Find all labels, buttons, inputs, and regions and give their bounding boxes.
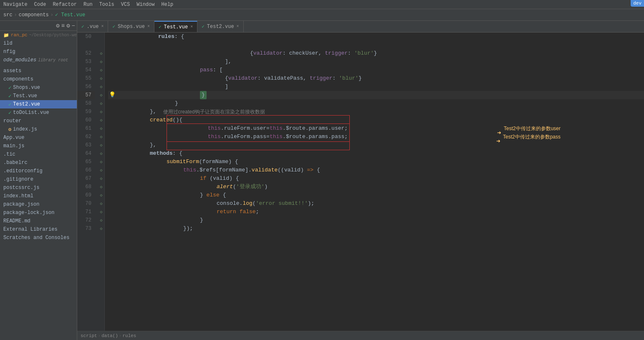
ln-69: 69 bbox=[77, 191, 95, 199]
sidebar-item-postcssrc[interactable]: postcssrc.js bbox=[0, 184, 77, 192]
sidebar-item-shops-vue[interactable]: ✓ Shops.vue bbox=[0, 83, 77, 92]
sidebar-item-babelrc[interactable]: .babelrc bbox=[0, 159, 77, 167]
sidebar-item-readme[interactable]: README.md bbox=[0, 217, 77, 225]
sidebar-item-main-js[interactable]: main.js bbox=[0, 142, 77, 150]
sidebar-item-package-lock-json[interactable]: package-lock.json bbox=[0, 209, 77, 217]
sidebar-toolbar: ⚙ ≡ ⚙ − bbox=[0, 21, 77, 31]
code-line-52: {validator: checkUser, trigger: 'blur'} bbox=[108, 49, 644, 58]
tab-dot-vue[interactable]: ✓ .vue × bbox=[77, 21, 108, 33]
sidebar-item-router[interactable]: router bbox=[0, 117, 77, 125]
ln-58: 58 bbox=[77, 99, 95, 108]
menu-run[interactable]: Run bbox=[83, 2, 93, 8]
code-line-56: ] bbox=[108, 83, 644, 91]
bc-script[interactable]: script bbox=[81, 333, 97, 338]
ln-73: 73 bbox=[77, 224, 95, 233]
code-line-62: this.ruleForm.pass=this.$route.params.pa… bbox=[108, 133, 644, 141]
main-area: ⚙ ≡ ⚙ − 📁 ran_pc ~/Desktop/python-web/re… bbox=[0, 21, 644, 340]
sidebar-item-node-modules[interactable]: ode_modules library root bbox=[0, 56, 77, 64]
sidebar-item-package-json[interactable]: package.json bbox=[0, 200, 77, 209]
breadcrumb-src[interactable]: src bbox=[3, 12, 13, 18]
code-line-72: } bbox=[108, 216, 644, 224]
code-container: 50 51 52 53 54 55 56 57 58 59 60 61 62 6… bbox=[77, 33, 644, 331]
sidebar-item-test2-vue[interactable]: ✓ Test2.vue bbox=[0, 100, 77, 108]
ln-50: 50 bbox=[77, 33, 95, 41]
sidebar-item-todolist-vue[interactable]: ✓ toDoList.vue bbox=[0, 108, 77, 117]
ln-blank1: 51 bbox=[77, 41, 95, 49]
sidebar-item-test-vue[interactable]: ✓ Test.vue bbox=[0, 92, 77, 100]
sidebar-item-external-libraries[interactable]: External Libraries bbox=[0, 225, 77, 234]
code-line-63: }, bbox=[108, 141, 644, 149]
code-line-53: ], bbox=[108, 58, 644, 66]
ln-62: 62 bbox=[77, 133, 95, 141]
ln-53: 53 bbox=[77, 58, 95, 66]
bottom-breadcrumb: script › data() › rules bbox=[77, 331, 644, 340]
code-line-50: rules: { bbox=[108, 33, 644, 41]
menu-refactor[interactable]: Refactor bbox=[53, 2, 77, 8]
ln-61: 61 bbox=[77, 124, 95, 133]
lightbulb-icon[interactable]: 💡 bbox=[109, 91, 116, 99]
ln-70: 70 bbox=[77, 199, 95, 208]
vue-icon-test: ✓ bbox=[159, 24, 162, 30]
code-line-57: 💡 } bbox=[108, 91, 644, 99]
sidebar-item-scratches[interactable]: Scratches and Consoles bbox=[0, 234, 77, 242]
menu-code[interactable]: Code bbox=[34, 2, 46, 8]
tab-close-shops[interactable]: × bbox=[147, 24, 150, 29]
vue-icon: ✓ bbox=[81, 24, 84, 29]
tab-close-dot-vue[interactable]: × bbox=[101, 24, 104, 29]
sidebar-item-assets[interactable]: assets bbox=[0, 67, 77, 75]
sidebar-sort-icon[interactable]: ≡ bbox=[61, 23, 65, 29]
vue-icon-test2: ✓ bbox=[202, 24, 205, 29]
menu-help[interactable]: Help bbox=[161, 2, 173, 8]
breadcrumb-file[interactable]: ✓ Test.vue bbox=[55, 12, 85, 18]
code-line-55: {validator: validatePass, trigger: 'blur… bbox=[108, 74, 644, 83]
menu-navigate[interactable]: Navigate bbox=[3, 2, 28, 8]
sidebar-item-editorconfig[interactable]: .editorconfig bbox=[0, 167, 77, 175]
ln-56: 56 bbox=[77, 83, 95, 91]
tab-close-test2[interactable]: × bbox=[237, 24, 239, 29]
sidebar-item-index-html[interactable]: index.html bbox=[0, 192, 77, 200]
ln-65: 65 bbox=[77, 158, 95, 166]
ln-55: 55 bbox=[77, 74, 95, 83]
bc-rules[interactable]: rules bbox=[122, 333, 136, 338]
code-line-66: this.$refs[formName].validate((valid) =>… bbox=[108, 166, 644, 174]
comment-59: 使用过created钩子让页面在渲染之前接收数据 bbox=[163, 108, 265, 116]
tab-shops-vue[interactable]: ✓ Shops.vue × bbox=[108, 21, 154, 33]
sidebar-item-nfig[interactable]: nfig bbox=[0, 48, 77, 56]
code-line-68: alert('登录成功') bbox=[108, 183, 644, 191]
tab-test2-vue[interactable]: ✓ Test2.vue × bbox=[197, 21, 243, 33]
sidebar-item-app-vue[interactable]: App.vue bbox=[0, 133, 77, 142]
code-line-54: pass: [ bbox=[108, 66, 644, 74]
menu-window[interactable]: Window bbox=[136, 2, 154, 8]
code-line-59: }, 使用过created钩子让页面在渲染之前接收数据 bbox=[108, 108, 644, 116]
sidebar-settings-icon[interactable]: ⚙ bbox=[56, 22, 59, 29]
menu-tools[interactable]: Tools bbox=[99, 2, 114, 8]
ln-52: 52 bbox=[77, 49, 95, 58]
code-line-51 bbox=[108, 41, 644, 49]
ln-71: 71 bbox=[77, 208, 95, 216]
ln-66: 66 bbox=[77, 166, 95, 174]
sidebar-item-gitignore[interactable]: .gitignore bbox=[0, 175, 77, 184]
menu-vcs[interactable]: VCS bbox=[121, 2, 130, 8]
code-line-67: if (valid) { bbox=[108, 174, 644, 183]
vue-icon-shops: ✓ bbox=[112, 24, 115, 29]
tab-close-test[interactable]: × bbox=[190, 25, 193, 29]
code-line-70: console.log('error submit!!'); bbox=[108, 199, 644, 208]
breadcrumb-components[interactable]: components bbox=[19, 12, 49, 18]
code-line-71: return false; bbox=[108, 208, 644, 216]
line-numbers: 50 51 52 53 54 55 56 57 58 59 60 61 62 6… bbox=[77, 33, 98, 331]
sidebar-item-components[interactable]: components bbox=[0, 75, 77, 83]
tab-test-vue[interactable]: ✓ Test.vue × bbox=[154, 21, 197, 33]
code-line-65: submitForm(formName) { bbox=[108, 158, 644, 166]
sidebar-gear-icon[interactable]: ⚙ bbox=[66, 22, 70, 29]
sidebar-item-tic[interactable]: .tic bbox=[0, 150, 77, 159]
ln-60: 60 bbox=[77, 116, 95, 124]
ln-63: 63 bbox=[77, 141, 95, 149]
code-lines[interactable]: rules: { {validator: checkUser, trigger:… bbox=[105, 33, 644, 331]
sidebar-collapse-icon[interactable]: − bbox=[72, 23, 75, 29]
bc-data[interactable]: data() bbox=[101, 333, 118, 338]
sidebar-item-index-js[interactable]: ⚙ index.js bbox=[0, 125, 77, 133]
code-line-69: } else { bbox=[108, 191, 644, 199]
sidebar-item-root[interactable]: 📁 ran_pc ~/Desktop/python-web/renran/ren… bbox=[0, 31, 77, 39]
sidebar-item-ild[interactable]: ild bbox=[0, 39, 77, 48]
ln-67: 67 bbox=[77, 174, 95, 183]
